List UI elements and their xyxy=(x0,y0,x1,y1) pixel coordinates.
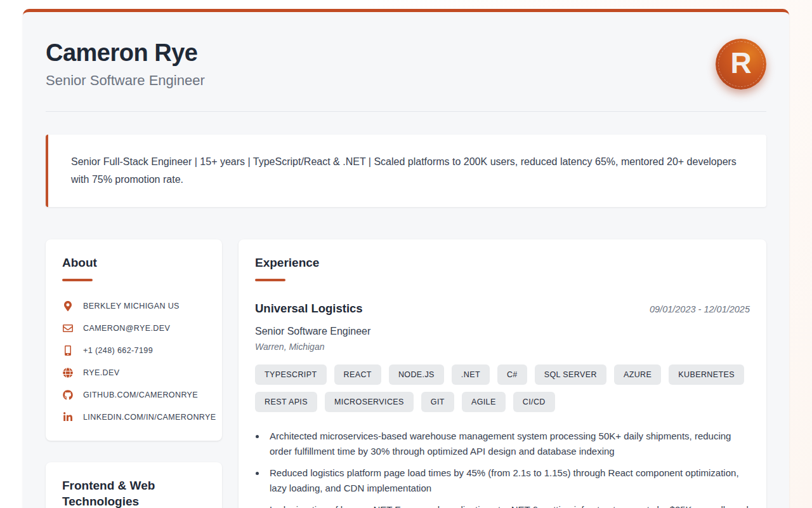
achievement-item: Reduced logistics platform page load tim… xyxy=(266,465,750,496)
skill-tag: NODE.JS xyxy=(389,364,444,385)
contact-linkedin[interactable]: LINKEDIN.COM/IN/CAMERONRYE xyxy=(62,411,206,423)
about-card: About BERKLEY MICHIGAN US CAMERON@RYE.DE xyxy=(46,239,222,441)
summary-box: Senior Full-Stack Engineer | 15+ years |… xyxy=(46,135,766,207)
achievement-item: Architected microservices-based warehous… xyxy=(266,429,750,459)
skill-tag: REACT xyxy=(334,364,381,385)
skill-tag: AZURE xyxy=(614,364,661,385)
job-dates: 09/01/2023 - 12/01/2025 xyxy=(650,304,750,314)
envelope-icon xyxy=(62,323,74,334)
contact-website-label: RYE.DEV xyxy=(83,368,119,377)
experience-card: Experience Universal Logistics 09/01/202… xyxy=(239,239,766,508)
skill-tag: MICROSERVICES xyxy=(325,392,414,412)
person-title: Senior Software Engineer xyxy=(46,72,205,89)
about-heading-underline xyxy=(62,279,93,281)
skill-tag: KUBERNETES xyxy=(669,364,744,385)
contact-location-label: BERKLEY MICHIGAN US xyxy=(83,302,180,311)
skills-card: Frontend & Web Technologies xyxy=(46,462,222,508)
experience-heading-underline xyxy=(255,279,285,281)
about-heading: About xyxy=(62,255,206,271)
skill-tag-list: TYPESCRIPT REACT NODE.JS .NET C# SQL SER… xyxy=(255,364,750,412)
github-icon xyxy=(62,389,74,401)
contact-phone-label: +1 (248) 662-7199 xyxy=(83,346,153,355)
person-name: Cameron Rye xyxy=(46,39,205,67)
skills-heading: Frontend & Web Technologies xyxy=(62,478,206,508)
location-pin-icon xyxy=(62,300,74,312)
job-header: Universal Logistics 09/01/2023 - 12/01/2… xyxy=(255,302,750,316)
skill-tag: CI/CD xyxy=(513,392,555,412)
globe-icon xyxy=(62,367,74,378)
brand-logo: R xyxy=(716,39,766,90)
sidebar: About BERKLEY MICHIGAN US CAMERON@RYE.DE xyxy=(46,239,222,508)
achievement-list: Architected microservices-based warehous… xyxy=(255,429,750,508)
experience-heading: Experience xyxy=(255,255,750,271)
skill-tag: AGILE xyxy=(462,392,506,412)
skill-tag: TYPESCRIPT xyxy=(255,364,327,385)
skill-tag: C# xyxy=(497,364,527,385)
contact-email[interactable]: CAMERON@RYE.DEV xyxy=(62,323,206,334)
header-divider xyxy=(46,111,766,112)
summary-text: Senior Full-Stack Engineer | 15+ years |… xyxy=(71,156,737,185)
main-column: Experience Universal Logistics 09/01/202… xyxy=(239,239,766,508)
job-entry: Universal Logistics 09/01/2023 - 12/01/2… xyxy=(255,302,750,508)
mobile-phone-icon xyxy=(62,345,74,356)
contact-location: BERKLEY MICHIGAN US xyxy=(62,300,206,312)
contact-phone[interactable]: +1 (248) 662-7199 xyxy=(62,345,206,356)
logo-letter: R xyxy=(730,48,751,77)
achievement-item: Led migration of legacy .NET Framework a… xyxy=(266,502,750,508)
contact-github[interactable]: GITHUB.COM/CAMERONRYE xyxy=(62,389,206,401)
contact-github-label: GITHUB.COM/CAMERONRYE xyxy=(83,391,198,399)
job-location: Warren, Michigan xyxy=(255,342,750,352)
content-columns: About BERKLEY MICHIGAN US CAMERON@RYE.DE xyxy=(46,239,766,508)
skill-tag: GIT xyxy=(421,392,454,412)
linkedin-icon xyxy=(62,411,74,423)
job-role: Senior Software Engineer xyxy=(255,326,750,337)
contact-list: BERKLEY MICHIGAN US CAMERON@RYE.DEV +1 (… xyxy=(62,300,206,423)
resume-card: Cameron Rye Senior Software Engineer R S… xyxy=(23,9,789,508)
contact-website[interactable]: RYE.DEV xyxy=(62,367,206,378)
contact-linkedin-label: LINKEDIN.COM/IN/CAMERONRYE xyxy=(83,413,216,422)
contact-email-label: CAMERON@RYE.DEV xyxy=(83,324,170,333)
skill-tag: REST APIS xyxy=(255,392,317,412)
job-company: Universal Logistics xyxy=(255,302,363,316)
skill-tag: .NET xyxy=(452,364,490,385)
skill-tag: SQL SERVER xyxy=(535,364,606,385)
header-text: Cameron Rye Senior Software Engineer xyxy=(46,39,205,89)
header: Cameron Rye Senior Software Engineer R xyxy=(46,12,766,111)
